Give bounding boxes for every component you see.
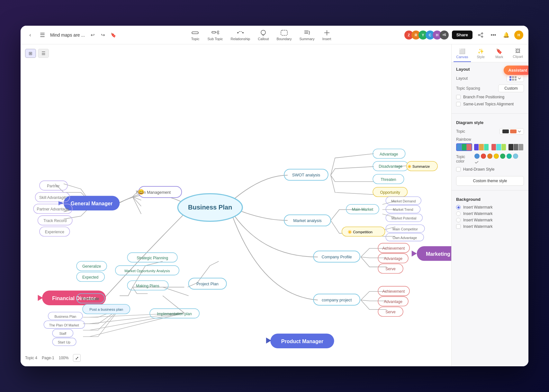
svg-point-15 (482, 33, 483, 34)
topic-color-swatches (474, 154, 524, 165)
svg-point-5 (237, 32, 239, 33)
topic-count: Topic 4 (25, 356, 37, 360)
share-button[interactable]: Share (452, 31, 473, 39)
center-node-label: Business Plan (188, 204, 232, 211)
same-level-row: Same-Level Topics Alignment (456, 102, 524, 106)
subtopic-icon (211, 29, 220, 36)
app-window: ‹ ☰ Mind maps are ... ↩ ↪ 🔖 Topic Sub To… (21, 26, 528, 366)
svg-text:Main Competitor: Main Competitor (392, 227, 418, 231)
svg-text:Advantage: Advantage (384, 299, 402, 304)
relationship-icon (236, 29, 245, 36)
mark-tab-icon: 🔖 (496, 48, 502, 54)
hand-drawn-row: Hand-Drawn Style (456, 167, 524, 172)
svg-text:😄: 😄 (138, 189, 145, 195)
watermark-radio-1[interactable] (456, 205, 461, 209)
color-swatch-1[interactable] (456, 143, 472, 151)
user-avatar[interactable]: H (514, 31, 523, 40)
clipart-tab-icon: 🖼 (515, 48, 520, 54)
background-title: Background (456, 197, 524, 202)
svg-point-17 (482, 36, 483, 37)
svg-point-16 (478, 34, 480, 36)
canvas-tab-icon: ⬜ (459, 48, 465, 54)
svg-text:Market Opportunity Analysis: Market Opportunity Analysis (124, 269, 170, 273)
tab-mark[interactable]: 🔖 Mark (491, 47, 508, 62)
redo-button[interactable]: ↪ (98, 31, 107, 40)
svg-marker-114 (266, 337, 271, 343)
diagram-style-title: Diagram style (456, 120, 524, 125)
tab-canvas[interactable]: ⬜ Canvas (454, 47, 471, 62)
watermark-radio-3[interactable] (456, 218, 461, 222)
color-dot-cyan[interactable] (513, 154, 518, 159)
toolbar-summary[interactable]: Summary (299, 29, 314, 41)
hand-drawn-checkbox[interactable] (456, 167, 461, 172)
color-dot-red[interactable] (481, 154, 486, 159)
toolbar-insert[interactable]: Insert (322, 29, 331, 41)
more-button[interactable]: ••• (489, 30, 498, 40)
title-bar-right: Z R Y C H +6 Share ••• 🔔 H (404, 30, 523, 40)
svg-line-19 (480, 35, 482, 36)
color-swatch-3[interactable] (491, 143, 507, 151)
svg-text:Formulate: Formulate (82, 297, 99, 301)
topic-spacing-value[interactable]: Custom (498, 85, 524, 92)
svg-text:Market Demand: Market Demand (391, 199, 416, 203)
svg-text:Generalize: Generalize (82, 264, 101, 269)
svg-text:Project Plan: Project Plan (196, 281, 219, 286)
svg-text:Advantage: Advantage (384, 256, 402, 261)
toolbar-boundary[interactable]: Boundary (276, 29, 292, 41)
watermark-checkbox-4[interactable] (456, 224, 461, 229)
assistant-bubble[interactable]: Assistant (504, 66, 528, 75)
tab-style[interactable]: ✨ Style (472, 47, 490, 62)
topic-style-select[interactable] (500, 128, 524, 135)
expand-button[interactable]: ⤢ (73, 354, 81, 362)
color-swatch-2[interactable] (473, 143, 490, 151)
color-swatch-4[interactable] (508, 143, 524, 151)
color-dot-yellow[interactable] (494, 154, 499, 159)
divider-2 (452, 190, 528, 191)
svg-marker-39 (38, 295, 43, 301)
toolbar-relationship[interactable]: Relationship (231, 29, 250, 41)
divider-1 (452, 113, 528, 114)
same-level-checkbox[interactable] (456, 102, 461, 106)
svg-rect-0 (192, 32, 198, 34)
notification-button[interactable]: 🔔 (501, 30, 511, 40)
rainbow-color-row (456, 143, 524, 151)
color-dot-blue[interactable] (474, 154, 480, 159)
status-bar: Topic 4 Page-1 100% ⤢ (25, 354, 81, 362)
color-dot-orange[interactable] (487, 154, 492, 159)
topic-style-row: Topic (456, 128, 524, 135)
insert-icon (322, 29, 331, 36)
topic-spacing-row: Topic Spacing Custom (456, 85, 524, 92)
tab-clipart[interactable]: 🖼 Clipart (509, 47, 526, 62)
back-button[interactable]: ‹ (26, 31, 35, 40)
svg-text:Disadvantage: Disadvantage (379, 164, 402, 169)
svg-text:Implementation plan: Implementation plan (157, 312, 192, 316)
boundary-icon (280, 29, 289, 36)
right-panel: ⬜ Canvas ✨ Style 🔖 Mark 🖼 Clipart A (451, 44, 528, 366)
svg-marker-104 (412, 251, 417, 257)
color-dot-teal[interactable] (507, 154, 512, 159)
main-area: ⊞ ☰ (21, 44, 528, 366)
svg-text:Own Advantage: Own Advantage (392, 236, 417, 240)
bookmark-button[interactable]: 🔖 (109, 31, 118, 40)
svg-text:☀️ Summarize: ☀️ Summarize (407, 165, 430, 169)
color-dot-green[interactable] (500, 154, 505, 159)
document-title: Mind maps are ... (50, 32, 85, 38)
menu-button[interactable]: ☰ (38, 31, 47, 40)
layout-select[interactable] (507, 75, 524, 82)
custom-theme-button[interactable]: Costom theme style (456, 176, 524, 186)
toolbar-subtopic[interactable]: Sub Topic (207, 29, 223, 41)
svg-text:Achievement: Achievement (382, 289, 405, 294)
toolbar-callout[interactable]: Callout (258, 29, 269, 41)
undo-button[interactable]: ↩ (88, 31, 97, 40)
canvas-area[interactable]: ⊞ ☰ (21, 44, 451, 366)
branch-free-checkbox[interactable] (456, 95, 461, 99)
diagram-style-section: Diagram style Topic Rainbow (452, 116, 528, 188)
share-link-button[interactable] (476, 30, 485, 40)
toolbar-topic[interactable]: Topic (191, 29, 200, 41)
undo-redo-group: ↩ ↪ 🔖 (88, 31, 118, 40)
watermark-radio-2[interactable] (456, 211, 461, 216)
watermark-row-1: Insert Watermark (456, 205, 524, 209)
svg-text:Main Market: Main Market (352, 207, 374, 212)
topic-color-row: Topic color (456, 154, 524, 165)
color-more-icon[interactable] (474, 160, 479, 165)
